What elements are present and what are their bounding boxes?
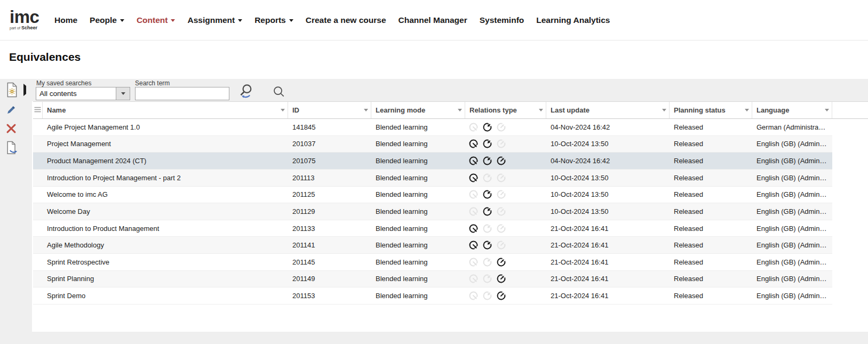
learning-mode-cell: Blended learning: [371, 157, 465, 165]
language-cell: English (GB) (Admin…: [752, 207, 832, 215]
column-header-learning-mode[interactable]: Learning mode: [371, 102, 465, 118]
table-row[interactable]: Sprint Demo201153Blended learning21-Oct-…: [33, 287, 832, 305]
nav-item-content[interactable]: Content: [137, 15, 176, 25]
bottom-scroll-area: [0, 332, 868, 344]
table-row[interactable]: Introduction to Project Management - par…: [33, 170, 832, 187]
table-row[interactable]: Product Management 2024 (CT)201075Blende…: [33, 153, 832, 170]
relation-arrow-in-icon: [482, 172, 493, 183]
language-cell: English (GB) (Admin…: [752, 225, 832, 233]
column-header-last-update[interactable]: Last update: [546, 102, 670, 118]
saved-searches-select[interactable]: All contents: [36, 87, 130, 100]
last-update-cell: 04-Nov-2024 16:42: [546, 123, 670, 131]
nav-item-assignment[interactable]: Assignment: [187, 15, 242, 25]
column-filter-chevron-icon[interactable]: [662, 109, 666, 111]
row-handle-column-header[interactable]: [33, 102, 43, 118]
relations-type-cell: [465, 122, 546, 133]
language-cell: German (Administra…: [752, 123, 832, 131]
column-header-id[interactable]: ID: [288, 102, 371, 118]
relations-type-cell: [465, 257, 546, 268]
column-filter-chevron-icon[interactable]: [458, 109, 462, 111]
table-row[interactable]: Sprint Retrospective201145Blended learni…: [33, 254, 832, 271]
nav-item-label: Learning Analytics: [536, 15, 610, 25]
table-row[interactable]: Agile Project Management 1.0141845Blende…: [33, 119, 832, 136]
filter-toolbar: [0, 79, 868, 101]
dropdown-button[interactable]: [116, 87, 130, 100]
column-header-relations-type[interactable]: Relations type: [465, 102, 546, 118]
column-filter-chevron-icon[interactable]: [364, 109, 368, 111]
table-row[interactable]: Sprint Planning201149Blended learning21-…: [33, 271, 832, 288]
name-cell: Product Management 2024 (CT): [43, 157, 288, 165]
nav-item-create-a-new-course[interactable]: Create a new course: [306, 15, 386, 25]
nav-item-learning-analytics[interactable]: Learning Analytics: [536, 15, 610, 25]
learning-mode-cell: Blended learning: [371, 140, 465, 148]
name-cell: Agile Methodology: [43, 241, 288, 249]
relation-arrow-out-up-icon: [496, 239, 507, 251]
table-row[interactable]: Welcome to imc AG201125Blended learning1…: [33, 187, 832, 204]
name-cell: Agile Project Management 1.0: [43, 123, 288, 131]
column-filter-chevron-icon[interactable]: [825, 109, 829, 111]
relations-type-cell: [465, 155, 546, 166]
column-filter-chevron-icon[interactable]: [539, 109, 543, 111]
table-row[interactable]: Agile Methodology201141Blended learning2…: [33, 237, 832, 254]
relation-arrow-out-down-icon: [468, 189, 479, 200]
nav-item-reports[interactable]: Reports: [254, 15, 293, 25]
search-term-input[interactable]: [135, 87, 229, 100]
id-cell: 201037: [288, 140, 371, 148]
search-reload-icon: [237, 93, 254, 101]
id-cell: 201129: [288, 207, 371, 215]
relation-arrow-in-icon: [482, 239, 493, 251]
column-header-label: Name: [47, 106, 66, 114]
id-cell: 201113: [288, 174, 371, 182]
language-cell: English (GB) (Admin…: [752, 174, 832, 182]
relation-arrow-in-icon: [482, 223, 493, 234]
rail-expand-button[interactable]: [22, 87, 27, 93]
learning-mode-cell: Blended learning: [371, 174, 465, 182]
search-term-label: Search term: [135, 79, 170, 87]
planning-status-cell: Released: [670, 225, 752, 233]
column-header-planning-status[interactable]: Planning status: [670, 102, 752, 118]
column-filter-chevron-icon[interactable]: [745, 109, 749, 111]
table-row[interactable]: Introduction to Product Management201133…: [33, 220, 832, 237]
table-row[interactable]: Welcome Day201129Blended learning10-Oct-…: [33, 203, 832, 220]
nav-item-people[interactable]: People: [90, 15, 124, 25]
relation-arrow-out-up-icon: [496, 155, 507, 166]
nav-item-channel-manager[interactable]: Channel Manager: [399, 15, 467, 25]
pencil-icon: [5, 109, 18, 117]
planning-status-cell: Released: [670, 292, 752, 300]
page-title: Equivalences: [9, 51, 81, 63]
id-cell: 201125: [288, 190, 371, 198]
language-cell: English (GB) (Admin…: [752, 140, 832, 148]
saved-search-options-button[interactable]: [6, 82, 18, 98]
learning-mode-cell: Blended learning: [371, 123, 465, 131]
table-header-row: NameIDLearning modeRelations typeLast up…: [33, 101, 868, 119]
column-header-language[interactable]: Language: [752, 102, 832, 118]
delete-x-icon: [5, 129, 18, 137]
nav-item-label: Assignment: [187, 15, 235, 25]
learning-mode-cell: Blended learning: [371, 258, 465, 266]
chevron-down-icon: [289, 19, 293, 22]
nav-item-label: Reports: [254, 15, 286, 25]
table-row[interactable]: Project Management201037Blended learning…: [33, 136, 832, 153]
relation-arrow-out-up-icon: [496, 189, 507, 200]
chevron-down-icon: [171, 19, 175, 22]
triangle-right-icon: [23, 84, 26, 96]
imc-logo[interactable]: imc part of Scheer: [10, 10, 39, 30]
edit-saved-search-button[interactable]: [5, 103, 18, 116]
planning-status-cell: Released: [670, 258, 752, 266]
nav-item-home[interactable]: Home: [54, 15, 77, 25]
language-cell: English (GB) (Admin…: [752, 157, 832, 165]
relation-arrow-out-down-icon: [468, 223, 479, 234]
export-button[interactable]: [5, 141, 18, 156]
table-body: Agile Project Management 1.0141845Blende…: [33, 119, 832, 305]
column-filter-chevron-icon[interactable]: [281, 109, 285, 111]
column-header-name[interactable]: Name: [43, 102, 288, 118]
search-button[interactable]: [272, 85, 285, 98]
language-cell: English (GB) (Admin…: [752, 275, 832, 283]
relation-arrow-in-icon: [482, 122, 493, 133]
nav-item-systeminfo[interactable]: Systeminfo: [480, 15, 524, 25]
delete-saved-search-button[interactable]: [5, 122, 18, 135]
last-update-cell: 10-Oct-2024 13:50: [546, 174, 670, 182]
hamburger-icon: [34, 106, 41, 114]
relation-arrow-out-down-icon: [468, 273, 479, 284]
run-saved-search-button[interactable]: [237, 83, 254, 99]
